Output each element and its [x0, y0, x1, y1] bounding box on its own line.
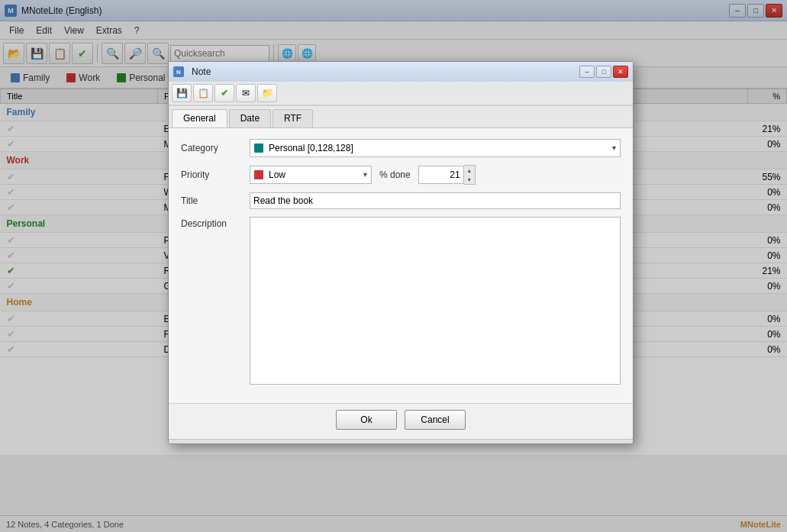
description-row: Description [181, 217, 621, 385]
dialog-title: Note [192, 66, 579, 77]
tab-date[interactable]: Date [229, 109, 271, 127]
dialog-check-button[interactable]: ✔ [214, 84, 234, 102]
cancel-button[interactable]: Cancel [405, 410, 466, 430]
pct-spin-up[interactable]: ▲ [464, 166, 475, 175]
resize-dots-icon: · · · · · [386, 438, 415, 445]
category-select-wrapper: Personal [0,128,128] ▼ [250, 139, 621, 157]
description-label: Description [181, 218, 250, 229]
title-field-label: Title [181, 195, 250, 206]
priority-select-wrapper: Low Medium High ▼ [250, 166, 372, 184]
title-input[interactable] [250, 192, 621, 209]
category-label: Category [181, 143, 250, 153]
pct-spin-down[interactable]: ▼ [464, 175, 475, 184]
tab-general[interactable]: General [172, 109, 227, 127]
dialog-controls: – □ ✕ [579, 66, 628, 78]
category-select[interactable]: Personal [0,128,128] [250, 139, 621, 157]
dialog-close-button[interactable]: ✕ [613, 66, 628, 78]
tab-rtf[interactable]: RTF [273, 109, 313, 127]
priority-row: Priority Low Medium High ▼ % done ▲ ▼ [181, 165, 621, 185]
dialog-saveas-button[interactable]: 📋 [193, 84, 213, 102]
dialog-content: Category Personal [0,128,128] ▼ Priority… [169, 128, 633, 403]
ok-button[interactable]: Ok [336, 410, 397, 430]
dialog-tabs: General Date RTF [169, 106, 633, 128]
dialog-toolbar: 💾 📋 ✔ ✉ 📁 [169, 82, 633, 106]
modal-overlay: N Note – □ ✕ 💾 📋 ✔ ✉ 📁 General Date RTF [0, 0, 787, 532]
note-dialog: N Note – □ ✕ 💾 📋 ✔ ✉ 📁 General Date RTF [168, 61, 634, 444]
dialog-email-button[interactable]: ✉ [236, 84, 256, 102]
priority-label: Priority [181, 169, 250, 180]
priority-select[interactable]: Low Medium High [250, 166, 372, 184]
dialog-icon: N [173, 66, 184, 77]
pct-done-input[interactable] [418, 166, 464, 184]
category-row: Category Personal [0,128,128] ▼ [181, 139, 621, 157]
dialog-title-bar: N Note – □ ✕ [169, 62, 633, 82]
title-row: Title [181, 192, 621, 209]
dialog-folder-button[interactable]: 📁 [257, 84, 277, 102]
pct-spinners: ▲ ▼ [464, 165, 476, 185]
dialog-restore-button[interactable]: □ [596, 66, 611, 78]
pct-done-label: % done [379, 169, 411, 180]
dialog-save-button[interactable]: 💾 [172, 84, 192, 102]
dialog-resize-handle[interactable]: · · · · · [169, 439, 633, 443]
description-textarea[interactable] [250, 217, 621, 385]
dialog-footer: Ok Cancel [169, 403, 633, 439]
dialog-minimize-button[interactable]: – [579, 66, 595, 78]
